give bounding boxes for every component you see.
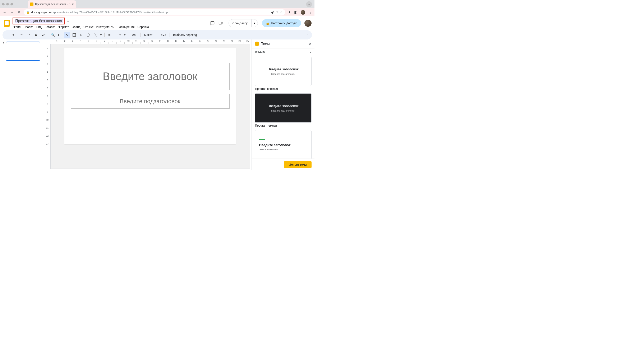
profile-avatar-icon[interactable] (301, 10, 305, 15)
theme-card-accent[interactable]: Введите заголовок Введите подзаголовок (255, 130, 312, 159)
share-button[interactable]: 🔒 Настройки Доступа (262, 19, 301, 27)
window-minimize-icon[interactable] (6, 3, 9, 5)
accent-bar-icon (259, 139, 265, 140)
slideshow-dropdown[interactable]: ▾ (252, 19, 258, 27)
share-url-icon[interactable]: ⇪ (276, 11, 278, 14)
tab-close-icon[interactable]: × (72, 2, 74, 6)
slide-canvas[interactable]: Введите заголовок Введите подзаголовок (64, 48, 236, 144)
theme-card-light[interactable]: Введите заголовок Введите подзаголовок (255, 57, 312, 86)
undo-button[interactable]: ↶ (18, 32, 25, 38)
textbox-tool-button[interactable]: 🅃 (71, 32, 77, 38)
doc-title-highlight: Презентация без названия (12, 17, 65, 24)
transition-button[interactable]: Выбрать переход (172, 33, 198, 36)
tab-title: Презентация без названия - С (35, 3, 70, 6)
menu-extensions[interactable]: Расширения (118, 25, 134, 29)
menu-insert[interactable]: Вставка (44, 25, 56, 29)
menu-view[interactable]: Вид (36, 25, 42, 29)
redo-button[interactable]: ↷ (26, 32, 32, 38)
filmstrip: 1 (0, 39, 44, 170)
themes-current-section[interactable]: Текущие ⌄ (252, 48, 314, 55)
window-controls (2, 3, 13, 5)
google-lens-icon[interactable]: ⦿ (271, 11, 274, 14)
theme-card-subtitle: Введите подзаголовок (259, 148, 278, 150)
theme-card-subtitle: Введите подзаголовок (271, 109, 295, 112)
account-avatar-icon[interactable] (304, 20, 312, 27)
menu-edit[interactable]: Правка (24, 25, 33, 29)
window-maximize-icon[interactable] (10, 3, 13, 5)
browser-menu-icon[interactable]: ⋮ (308, 10, 312, 14)
theme-button[interactable]: Тема (158, 33, 168, 36)
collapse-toolbar-icon[interactable]: ⌃ (306, 33, 308, 36)
import-theme-button[interactable]: Импорт темы (284, 161, 312, 168)
main-area: 1 12345678910111213141516171819202122232… (0, 39, 314, 170)
url-text: docs.google.com/presentation/d/1-qp78zwC… (31, 11, 270, 14)
paint-format-button[interactable]: 🖌 (40, 32, 46, 38)
meet-icon[interactable]: ▾ (218, 20, 225, 27)
zoom-button[interactable]: 🔍 (50, 32, 56, 38)
background-button[interactable]: Фон (130, 33, 139, 36)
comment-tool-button[interactable]: ⊕ (106, 32, 112, 38)
menu-tools[interactable]: Инструменты (96, 25, 114, 29)
image-tool-button[interactable]: 🖼 (78, 32, 84, 38)
line-dropdown-icon[interactable]: ▾ (99, 32, 103, 38)
doc-title-input[interactable]: Презентация без названия (15, 19, 63, 23)
menu-object[interactable]: Объект (84, 25, 94, 29)
nav-forward-icon[interactable]: → (10, 10, 14, 14)
new-slide-button[interactable]: ＋ (4, 32, 11, 38)
line-tool-button[interactable]: ╲ (92, 32, 98, 38)
extensions-icon[interactable]: ✦ (288, 10, 291, 14)
toolbar: ＋ ▾ ↶ ↷ 🖶 🖌 🔍 ▾ ↖ 🅃 🖼 ◯ ╲ ▾ ⊕ Py ▾ Фон М… (2, 30, 312, 39)
themes-title: Темы (261, 42, 270, 46)
browser-tab-active[interactable]: Презентация без названия - С × (28, 0, 76, 8)
new-tab-button[interactable]: + (78, 1, 84, 7)
print-button[interactable]: 🖶 (33, 32, 39, 38)
script-tool-button[interactable]: Py (116, 32, 122, 38)
theme-label-light: Простая светлая (255, 87, 312, 90)
tab-overflow-button[interactable]: ⌄ (306, 1, 312, 7)
zoom-dropdown-icon[interactable]: ▾ (57, 32, 60, 38)
shape-tool-button[interactable]: ◯ (85, 32, 91, 38)
comments-icon[interactable] (209, 20, 216, 27)
menu-bar: Файл Правка Вид Вставка Формат Слайд Объ… (14, 25, 149, 29)
bookmark-icon[interactable]: ☆ (280, 11, 283, 14)
menu-help[interactable]: Справка (137, 25, 149, 29)
theme-label-dark: Простая темная (255, 124, 312, 127)
select-tool-button[interactable]: ↖ (64, 32, 70, 38)
menu-format[interactable]: Формат (58, 25, 69, 29)
canvas-column: 1234567891011121314151617181920212223242… (44, 39, 252, 170)
window-close-icon[interactable] (2, 3, 4, 5)
theme-card-title: Введите заголовок (268, 104, 298, 108)
palette-icon (255, 41, 259, 46)
svg-rect-0 (219, 22, 222, 24)
subtitle-placeholder[interactable]: Введите подзаголовок (71, 94, 230, 109)
theme-card-title: Введите заголовок (268, 67, 298, 71)
lock-icon: 🔒 (26, 11, 30, 14)
sidepanel-icon[interactable]: ◧ (294, 10, 297, 14)
themes-current-label: Текущие (255, 50, 266, 53)
script-dropdown-icon[interactable]: ▾ (123, 32, 126, 38)
themes-list[interactable]: Введите заголовок Введите подзаголовок П… (252, 55, 314, 159)
chevron-down-icon: ⌄ (309, 50, 312, 53)
menu-file[interactable]: Файл (14, 25, 20, 29)
new-slide-dropdown-icon[interactable]: ▾ (12, 32, 15, 38)
app-header: Презентация без названия ☆ Файл Правка В… (0, 16, 314, 29)
layout-button[interactable]: Макет (142, 33, 154, 36)
slides-logo-icon[interactable] (3, 19, 10, 27)
browser-address-bar: ← → ✕ 🔒 docs.google.com/presentation/d/1… (0, 8, 314, 16)
slide-stage[interactable]: Введите заголовок Введите подзаголовок (50, 44, 250, 169)
ruler-vertical: 12345678910111213 (44, 44, 50, 170)
close-panel-icon[interactable]: ✕ (309, 42, 312, 46)
themes-panel: Темы ✕ Текущие ⌄ Введите заголовок Введи… (252, 39, 314, 170)
slides-favicon-icon (30, 2, 34, 6)
menu-slide[interactable]: Слайд (72, 25, 80, 29)
slide-number: 1 (3, 41, 4, 45)
nav-back-icon[interactable]: ← (2, 10, 7, 14)
star-icon[interactable]: ☆ (66, 19, 70, 23)
slideshow-button[interactable]: Слайд-шоу (228, 19, 252, 27)
nav-stop-icon[interactable]: ✕ (17, 10, 21, 14)
theme-card-dark[interactable]: Введите заголовок Введите подзаголовок (255, 93, 312, 123)
url-input[interactable]: 🔒 docs.google.com/presentation/d/1-qp78z… (24, 9, 285, 15)
title-placeholder[interactable]: Введите заголовок (71, 63, 230, 90)
theme-card-title: Введите заголовок (259, 143, 291, 147)
slide-thumbnail-1[interactable] (6, 41, 40, 61)
